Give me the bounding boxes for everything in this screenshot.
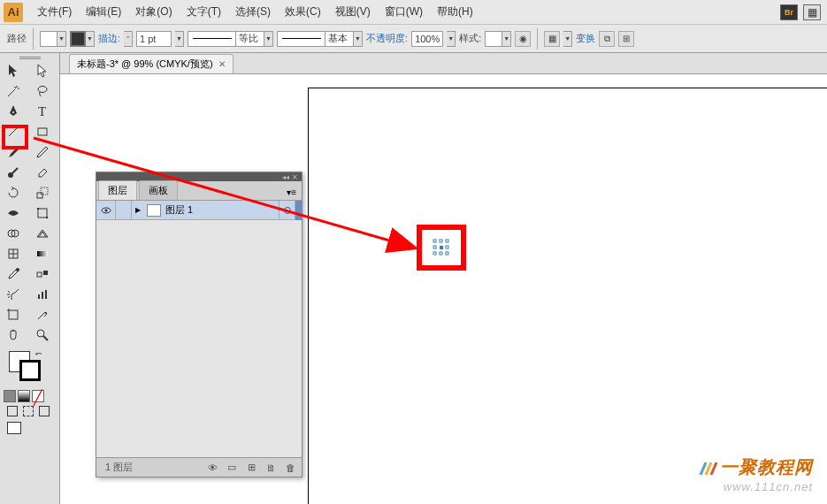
isolate-icon[interactable]: ⧉ <box>599 31 615 47</box>
draw-behind-icon[interactable] <box>23 406 34 416</box>
zoom-tool[interactable] <box>30 325 55 345</box>
screen-mode-icon[interactable] <box>7 422 21 434</box>
stroke-weight-dd-icon[interactable]: ▼ <box>175 31 184 47</box>
swap-fill-stroke-icon[interactable]: ⤺ <box>35 349 42 358</box>
svg-rect-18 <box>37 272 42 277</box>
locate-object-icon[interactable]: 👁 <box>204 461 220 475</box>
panel-collapse-icon[interactable]: ◂◂ <box>281 174 289 180</box>
recolor-icon[interactable]: ◉ <box>515 31 531 47</box>
svg-rect-34 <box>446 240 448 242</box>
shape-builder-tool[interactable] <box>1 224 26 243</box>
blend-tool[interactable] <box>30 264 55 284</box>
svg-point-30 <box>104 209 107 211</box>
opacity-label[interactable]: 不透明度: <box>366 32 408 45</box>
draw-normal-icon[interactable] <box>7 406 18 416</box>
stroke-dash-preview[interactable] <box>188 31 236 47</box>
extra-icon[interactable]: ⊞ <box>618 31 634 47</box>
eyedropper-tool[interactable] <box>1 264 26 284</box>
color-mode-icon[interactable] <box>4 390 16 402</box>
align-icon[interactable]: ▦ <box>544 31 560 47</box>
direct-selection-tool[interactable] <box>30 61 55 80</box>
hand-tool[interactable] <box>1 325 26 345</box>
visibility-toggle-icon[interactable] <box>96 201 116 220</box>
stroke-swatch[interactable] <box>70 31 86 47</box>
new-sublayer-icon[interactable]: ⊞ <box>243 461 259 475</box>
free-transform-tool[interactable] <box>30 203 55 223</box>
menu-select[interactable]: 选择(S) <box>228 3 278 21</box>
magic-wand-tool[interactable] <box>1 81 26 101</box>
fill-dropdown-icon[interactable]: ▼ <box>57 31 66 47</box>
slice-tool[interactable] <box>30 305 55 325</box>
lock-toggle[interactable] <box>116 201 132 220</box>
panel-close-icon[interactable]: ✕ <box>291 174 299 180</box>
transform-link[interactable]: 变换 <box>576 32 595 45</box>
fill-swatch[interactable] <box>40 31 57 47</box>
style-swatch[interactable] <box>485 31 502 47</box>
target-icon[interactable] <box>279 201 295 220</box>
rotate-tool[interactable] <box>1 183 26 202</box>
artboard[interactable] <box>308 88 827 504</box>
panel-tab-layers[interactable]: 图层 <box>98 180 137 200</box>
perspective-grid-tool[interactable] <box>30 224 55 243</box>
stroke-label[interactable]: 描边: <box>98 32 120 45</box>
layer-row[interactable]: ▶ 图层 1 <box>96 201 302 220</box>
selection-indicator[interactable] <box>295 201 302 220</box>
paintbrush-tool[interactable] <box>1 142 26 162</box>
opacity-dd-icon[interactable]: ▼ <box>447 31 456 47</box>
menu-edit[interactable]: 编辑(E) <box>79 3 128 21</box>
blob-brush-tool[interactable] <box>1 163 26 182</box>
mesh-tool[interactable] <box>1 244 26 263</box>
gradient-mode-icon[interactable] <box>18 390 30 402</box>
menu-view[interactable]: 视图(V) <box>328 3 378 21</box>
menu-object[interactable]: 对象(O) <box>128 3 179 21</box>
clip-mask-icon[interactable]: ▭ <box>224 461 240 475</box>
delete-layer-icon[interactable]: 🗑 <box>282 461 298 475</box>
app-logo-icon: Ai <box>4 3 23 22</box>
close-tab-icon[interactable]: ✕ <box>218 59 226 69</box>
type-tool[interactable]: T <box>30 102 55 121</box>
canvas[interactable]: ◂◂ ✕ 图层 画板 ▾≡ ▶ 图层 1 <box>60 74 827 504</box>
opacity-input[interactable]: 100% <box>411 31 443 47</box>
profile-label[interactable]: 基本 <box>325 31 354 47</box>
align-dd-icon[interactable]: ▼ <box>563 31 572 47</box>
layer-thumbnail[interactable] <box>147 204 161 217</box>
panel-tab-artboards[interactable]: 画板 <box>139 180 178 200</box>
menu-type[interactable]: 文字(T) <box>180 3 228 21</box>
style-dd-icon[interactable]: ▼ <box>502 31 511 47</box>
rectangle-tool[interactable] <box>30 122 55 141</box>
svg-point-27 <box>37 330 44 337</box>
menu-effect[interactable]: 效果(C) <box>278 3 328 21</box>
profile-preview[interactable] <box>277 31 325 47</box>
lasso-tool[interactable] <box>30 81 55 101</box>
pen-tool[interactable] <box>1 102 26 121</box>
symbol-sprayer-tool[interactable] <box>1 285 26 304</box>
bridge-icon[interactable]: Br <box>780 4 798 20</box>
none-mode-icon[interactable]: ╱ <box>32 390 44 402</box>
selection-tool[interactable] <box>1 61 26 80</box>
stroke-color-swatch[interactable] <box>19 360 41 381</box>
scale-tool[interactable] <box>30 183 55 202</box>
arrange-docs-icon[interactable]: ▦ <box>803 4 821 20</box>
line-tool[interactable] <box>1 122 26 141</box>
eraser-tool[interactable] <box>30 163 55 182</box>
gradient-tool[interactable] <box>30 244 55 263</box>
stroke-dropdown-icon[interactable]: ▼ <box>86 31 95 47</box>
stroke-weight-down-icon[interactable]: ⌃ <box>124 31 133 47</box>
panel-menu-icon[interactable]: ▾≡ <box>281 185 302 200</box>
stroke-weight-input[interactable]: 1 pt <box>136 31 172 47</box>
document-tab[interactable]: 未标题-3* @ 99% (CMYK/预览) ✕ <box>69 54 234 73</box>
new-layer-icon[interactable]: 🗎 <box>263 461 279 475</box>
stroke-dash-label[interactable]: 等比 <box>236 31 264 47</box>
column-graph-tool[interactable] <box>30 285 55 304</box>
menu-help[interactable]: 帮助(H) <box>430 3 480 21</box>
layer-name-label[interactable]: 图层 1 <box>164 203 279 217</box>
draw-inside-icon[interactable] <box>39 406 50 416</box>
artboard-tool[interactable] <box>1 305 26 325</box>
menu-file[interactable]: 文件(F) <box>30 3 79 21</box>
profile-dd-icon[interactable]: ▼ <box>354 31 363 47</box>
stroke-dash-dd-icon[interactable]: ▼ <box>264 31 273 47</box>
pencil-tool[interactable] <box>30 142 55 162</box>
menu-window[interactable]: 窗口(W) <box>378 3 430 21</box>
expand-layer-icon[interactable]: ▶ <box>132 206 144 214</box>
width-tool[interactable] <box>1 203 26 223</box>
